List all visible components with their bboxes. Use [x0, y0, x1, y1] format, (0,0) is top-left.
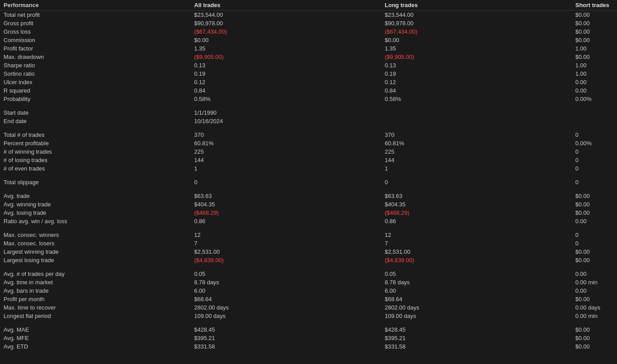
row-long-trades: ($4,839.00): [381, 256, 572, 264]
row-label: Longest flat period: [0, 312, 191, 320]
row-short-trades: 0.00 days: [572, 303, 617, 312]
row-label: Gross profit: [0, 19, 191, 27]
row-short-trades: 0: [572, 164, 617, 173]
row-long-trades: 0.84: [381, 86, 572, 95]
table-row: Avg. losing trade($468.29)($468.29)$0.00: [0, 209, 617, 217]
row-short-trades: 1.00: [572, 61, 617, 70]
row-long-trades: $331.58: [381, 342, 572, 351]
row-all-trades: 109.00 days: [191, 312, 381, 320]
table-row: Percent profitable60.81%60.81%0.00%: [0, 139, 617, 147]
row-label: Avg. MAE: [0, 325, 191, 334]
row-all-trades: 0.19: [191, 70, 381, 78]
row-all-trades: 12: [191, 231, 381, 239]
row-long-trades: 2802.00 days: [381, 303, 572, 312]
row-short-trades: $0.00: [572, 334, 617, 342]
row-all-trades: $90,978.00: [191, 19, 381, 27]
row-all-trades: ($468.29): [191, 209, 381, 217]
row-short-trades: $0.00: [572, 192, 617, 200]
spacer-row: [0, 173, 617, 178]
row-label: Ulcer index: [0, 78, 191, 86]
row-all-trades: $23,544.00: [191, 11, 381, 19]
row-label: Avg. winning trade: [0, 200, 191, 209]
row-all-trades: $63.63: [191, 192, 381, 200]
table-row: Sortino ratio0.190.191.00: [0, 70, 617, 78]
spacer-row: [0, 125, 617, 131]
table-row: Avg. time in market8.78 days8.78 days0.0…: [0, 278, 617, 287]
table-row: Profit factor1.351.351.00: [0, 44, 617, 53]
table-row: Max. time to recover2802.00 days2802.00 …: [0, 303, 617, 312]
performance-table: Performance All trades Long trades Short…: [0, 0, 617, 351]
row-long-trades: ($9,905.00): [381, 53, 572, 61]
col-header-performance: Performance: [0, 0, 191, 11]
row-label: Max. time to recover: [0, 303, 191, 312]
row-short-trades: 0.00: [572, 270, 617, 278]
spacer-row: [0, 186, 617, 192]
spacer-row: [0, 225, 617, 231]
row-label: Commission: [0, 36, 191, 44]
table-row: End date10/16/2024: [0, 117, 617, 125]
row-long-trades: 1.35: [381, 44, 572, 53]
spacer-row: [0, 264, 617, 270]
row-label: # of winning trades: [0, 147, 191, 156]
col-header-all-trades: All trades: [191, 0, 381, 11]
row-short-trades: 1.00: [572, 44, 617, 53]
row-short-trades: 0: [572, 156, 617, 164]
row-all-trades: 10/16/2024: [191, 117, 381, 125]
row-all-trades: 2802.00 days: [191, 303, 381, 312]
row-short-trades: 0.00: [572, 78, 617, 86]
row-long-trades: 0: [381, 178, 572, 186]
row-long-trades: 109.00 days: [381, 312, 572, 320]
table-row: Largest losing trade($4,839.00)($4,839.0…: [0, 256, 617, 264]
row-label: Gross loss: [0, 27, 191, 36]
row-long-trades: $23,544.00: [381, 11, 572, 19]
row-long-trades: 8.78 days: [381, 278, 572, 287]
row-all-trades: 0.13: [191, 61, 381, 70]
row-all-trades: ($9,905.00): [191, 53, 381, 61]
row-label: Profit factor: [0, 44, 191, 53]
row-short-trades: 0.00%: [572, 95, 617, 103]
table-row: R squared0.840.840.00: [0, 86, 617, 95]
row-label: Max. consec. winners: [0, 231, 191, 239]
table-row: Avg. winning trade$404.35$404.35$0.00: [0, 200, 617, 209]
table-row: Avg. MFE$395.21$395.21$0.00: [0, 334, 617, 342]
row-long-trades: [381, 117, 572, 125]
spacer-row: [0, 103, 617, 108]
row-label: Total slippage: [0, 178, 191, 186]
table-row: Max. drawdown($9,905.00)($9,905.00)$0.00: [0, 53, 617, 61]
row-all-trades: 7: [191, 239, 381, 248]
row-short-trades: $0.00: [572, 11, 617, 19]
row-label: Total net profit: [0, 11, 191, 19]
row-short-trades: 1.00: [572, 70, 617, 78]
row-short-trades: 0.00%: [572, 139, 617, 147]
row-long-trades: 225: [381, 147, 572, 156]
row-short-trades: [572, 108, 617, 117]
row-label: End date: [0, 117, 191, 125]
row-short-trades: 0.00: [572, 86, 617, 95]
row-label: Total # of trades: [0, 131, 191, 139]
row-short-trades: $0.00: [572, 200, 617, 209]
row-all-trades: $0.00: [191, 36, 381, 44]
row-label: R squared: [0, 86, 191, 95]
table-row: Ratio avg. win / avg. loss0.860.860.00: [0, 217, 617, 225]
row-all-trades: $395.21: [191, 334, 381, 342]
row-long-trades: $404.35: [381, 200, 572, 209]
row-long-trades: $2,531.00: [381, 248, 572, 256]
table-row: Avg. MAE$428.45$428.45$0.00: [0, 325, 617, 334]
row-short-trades: $0.00: [572, 248, 617, 256]
row-short-trades: 0: [572, 147, 617, 156]
row-label: Max. consec. losers: [0, 239, 191, 248]
row-long-trades: $68.64: [381, 295, 572, 303]
row-all-trades: 0.12: [191, 78, 381, 86]
row-short-trades: 0: [572, 239, 617, 248]
row-all-trades: 6.00: [191, 287, 381, 295]
row-short-trades: $0.00: [572, 342, 617, 351]
table-row: Total net profit$23,544.00$23,544.00$0.0…: [0, 11, 617, 19]
row-all-trades: 1.35: [191, 44, 381, 53]
table-row: Commission$0.00$0.00$0.00: [0, 36, 617, 44]
table-row: Largest winning trade$2,531.00$2,531.00$…: [0, 248, 617, 256]
row-long-trades: 0.58%: [381, 95, 572, 103]
row-all-trades: 225: [191, 147, 381, 156]
row-label: Largest winning trade: [0, 248, 191, 256]
table-row: Avg. # of trades per day0.050.050.00: [0, 270, 617, 278]
row-long-trades: $395.21: [381, 334, 572, 342]
